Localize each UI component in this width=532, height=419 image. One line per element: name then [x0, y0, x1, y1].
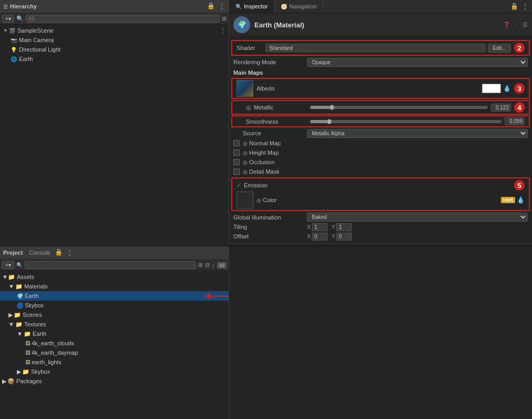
shader-value-input[interactable] — [265, 44, 486, 52]
assets-label: Assets — [17, 274, 34, 280]
smoothness-slider-thumb — [327, 119, 332, 124]
assets-folder[interactable]: ▼ 📁 Assets — [0, 272, 229, 282]
metallic-slider-fill — [310, 106, 332, 109]
eyedropper-icon[interactable]: 💧 — [503, 85, 511, 92]
tiling-y-input[interactable] — [336, 223, 352, 231]
albedo-label: Albedo — [257, 85, 482, 92]
detail-mask-row: ◎ Detail Mask — [229, 167, 532, 176]
height-map-checkbox[interactable] — [233, 149, 240, 156]
hierarchy-toolbar: +▾ 🔍 ⊞ — [0, 13, 229, 25]
scene-root-item[interactable]: ▼ 🎬 SampleScene ⋮ — [0, 26, 229, 35]
emission-section: ✓ Emission 5 ◎ Color HDR 💧 — [231, 177, 530, 211]
scenes-label: Scenes — [23, 312, 42, 318]
annotation-5: 5 — [514, 180, 525, 191]
project-more-icon[interactable]: ⋮ — [66, 248, 73, 257]
navigation-tab[interactable]: 🧭 Navigation — [274, 0, 323, 13]
skybox-folder-label: Skybox — [31, 368, 50, 375]
emission-label: Emission — [244, 182, 511, 188]
hierarchy-icon: ☰ — [3, 4, 8, 9]
project-search-input[interactable] — [25, 261, 196, 269]
camera-icon: 📷 — [11, 37, 17, 43]
hierarchy-header: ☰ Hierarchy 🔒 ⋮ — [0, 0, 229, 13]
directional-light-label: Directional Light — [19, 46, 61, 53]
tex-lights-icon: 🖼 — [25, 360, 30, 365]
smoothness-slider-track[interactable] — [310, 120, 501, 123]
packages-label: Packages — [16, 378, 42, 384]
inspector-more-icon[interactable]: ⋮ — [521, 2, 529, 11]
emission-eyedropper-icon[interactable]: 💧 — [517, 196, 525, 204]
help-icon[interactable]: ❓ — [503, 22, 510, 28]
annotation-4: 4 — [514, 102, 525, 113]
hierarchy-search[interactable] — [26, 15, 220, 23]
tex-clouds-item[interactable]: 🖼 4k_earth_clouds — [0, 338, 229, 348]
project-content: ▼ 📁 Assets ▼ 📁 Materials 🌍 Earth 1 — [0, 271, 229, 419]
scene-more-icon[interactable]: ⋮ — [219, 26, 226, 35]
material-header: 🌍 Earth (Material) ❓ ⋮ ☰ — [229, 13, 532, 37]
detail-mask-checkbox[interactable] — [233, 168, 240, 175]
earth-textures-folder[interactable]: ▼ 📁 Earth — [0, 329, 229, 338]
albedo-color-swatch[interactable] — [482, 84, 501, 93]
tiling-row: Tiling X Y — [229, 222, 532, 232]
inspector-lock-icon[interactable]: 🔒 — [510, 3, 518, 10]
project-sort-icon[interactable]: ↕ — [212, 262, 215, 268]
offset-x-input[interactable] — [312, 233, 328, 241]
normal-map-checkbox[interactable] — [233, 140, 240, 146]
navigation-tab-icon: 🧭 — [281, 4, 287, 9]
tex-lights-item[interactable]: 🖼 earth_lights — [0, 357, 229, 367]
project-lock-icon[interactable]: 🔒 — [55, 248, 63, 257]
tex-daymap-item[interactable]: 🖼 4k_earth_daymap — [0, 348, 229, 357]
source-select[interactable]: Metallic Alpha — [307, 129, 528, 138]
offset-y-input[interactable] — [336, 233, 352, 241]
albedo-texture-preview[interactable] — [237, 80, 253, 97]
rendering-mode-select[interactable]: Opaque — [307, 58, 528, 67]
project-add-button[interactable]: +▾ — [2, 261, 14, 269]
skybox-material-item[interactable]: 🌀 Skybox — [0, 301, 229, 310]
hierarchy-content: ▼ 🎬 SampleScene ⋮ 📷 Main Camera 💡 Direct… — [0, 25, 229, 245]
inspector-toolbar: ❓ ⋮ ☰ — [503, 22, 528, 28]
shader-edit-button[interactable]: Edit... — [488, 44, 511, 53]
expand-icon[interactable]: ⊞ — [222, 15, 226, 22]
hierarchy-more-icon[interactable]: ⋮ — [218, 2, 225, 11]
main-camera-item[interactable]: 📷 Main Camera — [0, 35, 229, 45]
panel-icon[interactable]: ☰ — [523, 22, 528, 28]
rendering-mode-value: Opaque — [307, 58, 528, 67]
hierarchy-title: Hierarchy — [10, 3, 207, 9]
skybox-material-icon: 🌀 — [17, 303, 23, 308]
skybox-textures-folder[interactable]: ▶ 📁 Skybox — [0, 367, 229, 376]
material-preview-icon: 🌍 — [233, 16, 250, 33]
rendering-mode-label: Rendering Mode — [233, 59, 307, 65]
main-camera-label: Main Camera — [19, 37, 54, 43]
tiling-x-input[interactable] — [312, 223, 328, 231]
metallic-slider-track[interactable] — [310, 106, 488, 109]
offset-row: Offset X Y — [229, 232, 532, 241]
project-tab-label[interactable]: Project — [3, 250, 29, 256]
tiling-fields: X Y — [307, 223, 528, 231]
textures-folder[interactable]: ▼ 📁 Textures — [0, 320, 229, 329]
lock-icon[interactable]: 🔒 — [207, 2, 215, 11]
inspector-tab[interactable]: 🔍 Inspector — [229, 0, 274, 13]
global-illum-select[interactable]: Baked — [307, 213, 528, 222]
materials-folder[interactable]: ▼ 📁 Materials — [0, 282, 229, 291]
directional-light-item[interactable]: 💡 Directional Light — [0, 45, 229, 54]
project-expand-icon[interactable]: ⊞ — [198, 262, 203, 268]
earth-material-item[interactable]: 🌍 Earth 1 — [0, 291, 229, 301]
packages-folder[interactable]: ▶ 📦 Packages — [0, 376, 229, 386]
light-icon: 💡 — [11, 47, 17, 53]
console-tab-label[interactable]: Console — [29, 250, 54, 256]
offset-y-axis: Y — [332, 234, 336, 240]
offset-y-field: Y — [332, 233, 352, 241]
occlusion-checkbox[interactable] — [233, 159, 240, 165]
inspector-tabs: 🔍 Inspector 🧭 Navigation 🔒 ⋮ — [229, 0, 532, 13]
earth-hierarchy-item[interactable]: 🌐 Earth — [0, 54, 229, 64]
settings-icon[interactable]: ⋮ — [514, 22, 519, 28]
normal-map-row: ◎ Normal Map — [229, 138, 532, 148]
add-button[interactable]: +▾ — [2, 15, 14, 23]
smoothness-value: 0.099 — [505, 117, 525, 125]
scenes-folder[interactable]: ▶ 📁 Scenes — [0, 310, 229, 320]
metallic-value: 0.122 — [491, 104, 511, 112]
emission-texture-box[interactable] — [237, 192, 253, 208]
materials-folder-icon: 📁 — [15, 283, 23, 290]
eye-icon-detail: ◎ — [243, 169, 248, 175]
eye-icon-emission: ◎ — [257, 197, 261, 203]
project-filter-icon[interactable]: ⊟ — [205, 262, 210, 268]
